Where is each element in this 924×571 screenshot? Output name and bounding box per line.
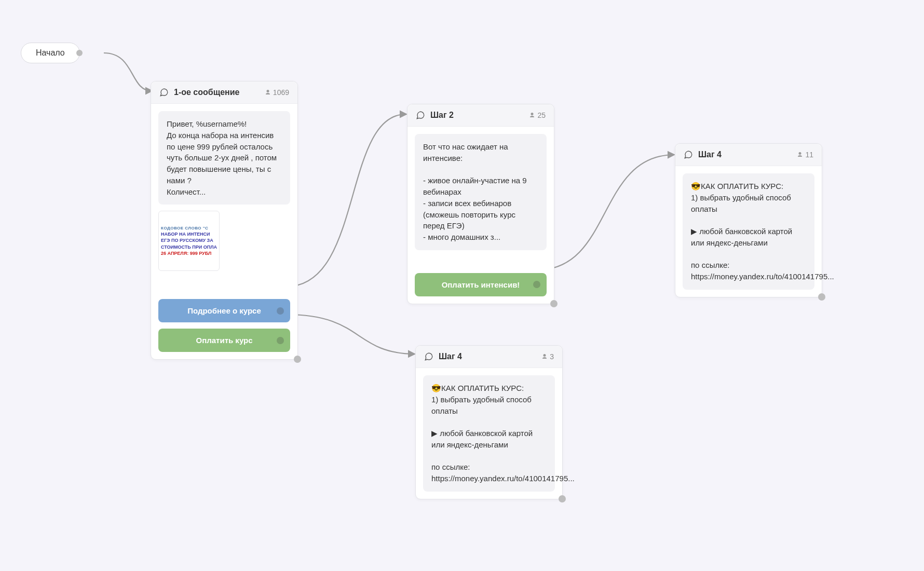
node-user-count: 1069	[265, 88, 289, 97]
node-header: 1-ое сообщение 1069	[151, 81, 297, 104]
button-out-port[interactable]	[277, 307, 284, 315]
node-out-port[interactable]	[818, 293, 825, 301]
button-label: Оплатить курс	[196, 336, 252, 345]
thumb-line: ЕГЭ ПО РУССКОМУ ЗА	[161, 238, 217, 243]
node-step-4a[interactable]: Шаг 4 11 😎КАК ОПЛАТИТЬ КУРС: 1) выбрать …	[675, 143, 822, 297]
thumb-line: КОДОВОЕ СЛОВО "С	[161, 226, 217, 230]
node-step-4b[interactable]: Шаг 4 3 😎КАК ОПЛАТИТЬ КУРС: 1) выбрать у…	[415, 345, 563, 499]
message-attachment-thumb[interactable]: КОДОВОЕ СЛОВО "С НАБОР НА ИНТЕНСИ ЕГЭ ПО…	[158, 211, 220, 271]
node-out-port[interactable]	[550, 300, 558, 307]
message-text: Вот что нас ожидает на интенсиве: - живо…	[415, 134, 547, 250]
chat-icon	[424, 352, 433, 361]
node-out-port[interactable]	[294, 356, 301, 363]
user-icon	[529, 112, 535, 118]
user-icon	[797, 152, 803, 158]
button-out-port[interactable]	[277, 337, 284, 344]
start-out-port[interactable]	[76, 50, 83, 56]
node-count-value: 3	[550, 352, 554, 361]
button-label: Оплатить интенсив!	[442, 280, 520, 289]
node-header: Шаг 4 3	[416, 346, 562, 368]
start-label: Начало	[36, 48, 65, 58]
chat-icon	[416, 111, 425, 120]
button-more-about-course[interactable]: Подробнее о курсе	[158, 299, 290, 322]
button-label: Подробнее о курсе	[187, 306, 261, 315]
node-user-count: 25	[529, 111, 546, 119]
node-count-value: 11	[805, 151, 813, 159]
thumb-line: 26 АПРЕЛЯ: 999 РУБЛ	[161, 251, 217, 256]
button-out-port[interactable]	[533, 281, 540, 288]
node-title: Шаг 4	[698, 150, 797, 159]
node-header: Шаг 2 25	[407, 104, 554, 127]
thumb-line: НАБОР НА ИНТЕНСИ	[161, 232, 217, 237]
node-title: Шаг 2	[430, 111, 529, 120]
node-title: Шаг 4	[439, 352, 541, 361]
node-title: 1-ое сообщение	[174, 88, 265, 97]
node-user-count: 3	[541, 352, 554, 361]
node-user-count: 11	[797, 151, 813, 159]
node-message-1[interactable]: 1-ое сообщение 1069 Привет, %username%! …	[151, 81, 298, 360]
chat-icon	[159, 88, 169, 97]
node-step-2[interactable]: Шаг 2 25 Вот что нас ожидает на интенсив…	[407, 104, 554, 304]
message-text: 😎КАК ОПЛАТИТЬ КУРС: 1) выбрать удобный с…	[683, 173, 814, 290]
message-text: Привет, %username%! До конца набора на и…	[158, 111, 290, 205]
node-header: Шаг 4 11	[675, 144, 822, 166]
button-pay-course[interactable]: Оплатить курс	[158, 329, 290, 352]
user-icon	[265, 89, 271, 96]
flow-canvas[interactable]: Начало 1-ое сообщение 1069 Привет, %user…	[0, 0, 924, 571]
node-count-value: 25	[537, 111, 546, 119]
message-text: 😎КАК ОПЛАТИТЬ КУРС: 1) выбрать удобный с…	[423, 375, 555, 492]
node-out-port[interactable]	[559, 495, 566, 502]
chat-icon	[684, 150, 693, 159]
user-icon	[541, 354, 548, 360]
node-count-value: 1069	[273, 88, 289, 97]
button-pay-intensive[interactable]: Оплатить интенсив!	[415, 273, 547, 296]
start-node[interactable]: Начало	[21, 43, 80, 63]
thumb-line: СТОИМОСТЬ ПРИ ОПЛА	[161, 244, 217, 250]
